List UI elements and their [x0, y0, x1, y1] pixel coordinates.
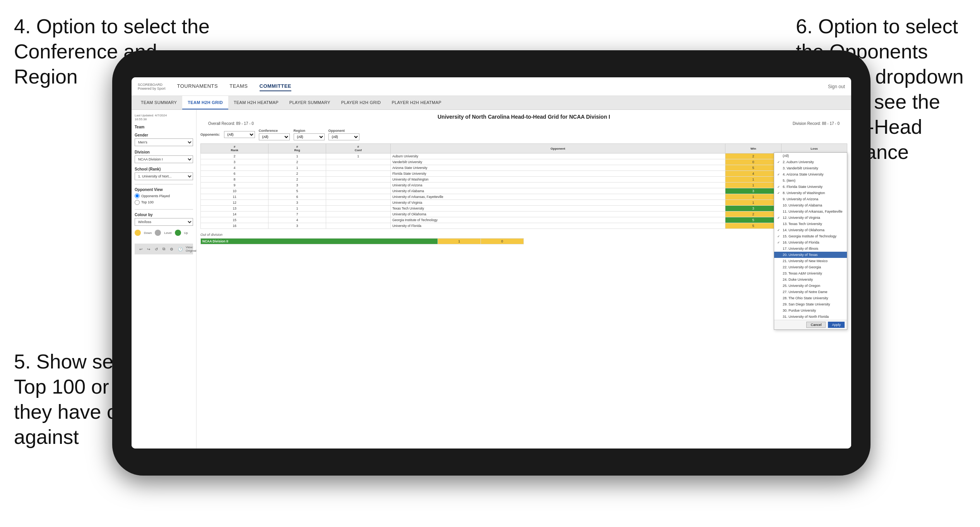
dropdown-item[interactable]: (All)	[774, 153, 847, 159]
cell-opponent: University of Washington	[390, 177, 725, 182]
cell-reg: 2	[269, 177, 326, 182]
cell-conf	[326, 211, 390, 217]
col-win: Win	[725, 144, 782, 153]
dropdown-item[interactable]: ✓4. Arizona State University	[774, 171, 847, 177]
dropdown-item[interactable]: ✓2. Auburn University	[774, 159, 847, 165]
colour-label: Colour by	[135, 213, 193, 217]
nav-signout[interactable]: Sign out	[828, 84, 845, 89]
cell-opponent: Vanderbilt University	[390, 159, 725, 165]
dropdown-item[interactable]: ✓8. University of Washington	[774, 190, 847, 196]
radio-opponents-played-input[interactable]	[135, 193, 140, 198]
colour-select[interactable]: Win/loss	[135, 218, 193, 226]
table-row: 3 2 Vanderbilt University 0 4	[201, 159, 847, 165]
school-select[interactable]: 1. University of Nort...	[135, 172, 193, 180]
dropdown-item[interactable]: 5. (item)	[774, 177, 847, 184]
tablet-screen: SCOREBOARD Powered by Sport TOURNAMENTS …	[132, 77, 851, 449]
tool-copy[interactable]: ⧉	[161, 246, 167, 252]
tool-undo[interactable]: ↩	[138, 246, 144, 252]
cell-conf	[326, 217, 390, 223]
dropdown-item[interactable]: 31. University of North Florida	[774, 314, 847, 320]
dropdown-item[interactable]: 9. University of Arizona	[774, 196, 847, 202]
cell-win: 1	[725, 194, 782, 200]
dropdown-item[interactable]: 23. Texas A&M University	[774, 270, 847, 276]
dropdown-item[interactable]: 21. University of New Mexico	[774, 258, 847, 264]
radio-top-100[interactable]: Top 100	[135, 199, 193, 205]
cell-win: 2	[725, 211, 782, 217]
bottom-toolbar: ↩ ↪ ↺ ⧉ ⚙ 🕐 View: Original	[135, 244, 193, 254]
dropdown-item[interactable]: ✓16. University of Florida	[774, 239, 847, 246]
dropdown-item[interactable]: ✓14. University of Oklahoma	[774, 227, 847, 233]
radio-top-100-input[interactable]	[135, 200, 140, 205]
tool-settings[interactable]: ⚙	[168, 246, 175, 252]
opponent-select[interactable]: (All)	[328, 133, 359, 140]
division-select[interactable]: NCAA Division I	[135, 155, 193, 163]
cell-opponent: Georgia Institute of Technology	[390, 217, 725, 223]
division-label: Division	[135, 150, 193, 154]
dropdown-label: 27. University of Notre Dame	[783, 290, 828, 294]
dropdown-item[interactable]: 10. University of Alabama	[774, 202, 847, 208]
cell-win: 0	[725, 159, 782, 165]
subnav-team-summary[interactable]: TEAM SUMMARY	[135, 96, 182, 109]
dropdown-check: ✓	[777, 160, 781, 164]
tool-clock[interactable]: 🕐	[176, 246, 184, 252]
cell-win: 4	[725, 171, 782, 177]
radio-opponents-played[interactable]: Opponents Played	[135, 193, 193, 199]
cell-opponent: University of Florida	[390, 223, 725, 229]
cell-conf	[326, 177, 390, 182]
dropdown-item[interactable]: 3. Vanderbilt University	[774, 165, 847, 171]
dropdown-label: 28. The Ohio State University	[783, 296, 828, 300]
app-logo: SCOREBOARD Powered by Sport	[138, 83, 166, 90]
app-navbar: SCOREBOARD Powered by Sport TOURNAMENTS …	[132, 77, 851, 96]
conference-select[interactable]: (All)	[259, 133, 290, 140]
nav-tournaments[interactable]: TOURNAMENTS	[177, 82, 218, 91]
gender-select[interactable]: Men's	[135, 138, 193, 146]
subnav-h2h-heatmap[interactable]: TEAM H2H HEATMAP	[228, 96, 284, 109]
dropdown-label: 25. University of Oregon	[783, 284, 820, 288]
logo-sub: Powered by Sport	[138, 87, 166, 90]
apply-button[interactable]: Apply	[828, 322, 845, 328]
table-row: 15 4 Georgia Institute of Technology 5 0	[201, 217, 847, 223]
cell-reg: 6	[269, 194, 326, 200]
subnav-player-h2h-grid[interactable]: PLAYER H2H GRID	[336, 96, 387, 109]
dropdown-item[interactable]: 28. The Ohio State University	[774, 295, 847, 301]
subnav-h2h-grid[interactable]: TEAM H2H GRID	[182, 96, 228, 109]
dropdown-item[interactable]: 22. University of Georgia	[774, 264, 847, 270]
subnav-player-summary[interactable]: PLAYER SUMMARY	[284, 96, 336, 109]
dropdown-item[interactable]: 27. University of Notre Dame	[774, 289, 847, 295]
cell-rank: 16	[201, 223, 269, 229]
opponent-dropdown[interactable]: (All)✓2. Auburn University 3. Vanderbilt…	[774, 152, 847, 330]
subnav-player-h2h-heatmap[interactable]: PLAYER H2H HEATMAP	[386, 96, 446, 109]
cell-conf	[326, 159, 390, 165]
table-row: 13 1 Texas Tech University 3 0	[201, 206, 847, 211]
dropdown-item[interactable]: 29. San Diego State University	[774, 301, 847, 307]
dropdown-item[interactable]: ✓6. Florida State University	[774, 184, 847, 190]
dropdown-item[interactable]: 25. University of Oregon	[774, 283, 847, 289]
dropdown-item[interactable]: ✓12. University of Virginia	[774, 215, 847, 221]
dropdown-item[interactable]: 20. University of Texas	[774, 252, 847, 258]
col-rank: #Rank	[201, 144, 269, 153]
dropdown-check: ✓	[777, 235, 781, 238]
region-select[interactable]: (All)	[294, 133, 325, 140]
overall-record: Overall Record: 89 - 17 - 0	[208, 121, 254, 126]
opponents-filter-select[interactable]: (All)	[224, 131, 255, 138]
nav-committee[interactable]: COMMITTEE	[260, 82, 292, 91]
dropdown-item[interactable]: 13. Texas Tech University	[774, 221, 847, 227]
tool-redo[interactable]: ↪	[145, 246, 152, 252]
dropdown-check: ✓	[777, 229, 781, 232]
dropdown-item[interactable]: 24. Duke University	[774, 276, 847, 283]
conference-filter: Conference (All)	[259, 129, 290, 140]
division-record: Division Record: 88 - 17 - 0	[793, 121, 840, 126]
dropdown-item[interactable]: 17. University of Illinois	[774, 246, 847, 252]
cancel-button[interactable]: Cancel	[806, 322, 826, 328]
nav-teams[interactable]: TEAMS	[229, 82, 248, 91]
table-row: 4 1 Arizona State University 5 1	[201, 165, 847, 171]
cell-rank: 14	[201, 211, 269, 217]
dropdown-label: 11. University of Arkansas, Fayetteville	[783, 210, 843, 213]
dropdown-item[interactable]: 11. University of Arkansas, Fayetteville	[774, 208, 847, 215]
ood-loss: 0	[481, 239, 523, 244]
dropdown-item[interactable]: ✓15. Georgia Institute of Technology	[774, 233, 847, 239]
opponents-filter-label: Opponents:	[200, 133, 220, 136]
tool-refresh[interactable]: ↺	[153, 246, 159, 252]
main-content: Last Updated: 4/7/2024 16:55:38 Team Gen…	[132, 110, 851, 449]
dropdown-item[interactable]: 30. Purdue University	[774, 307, 847, 314]
